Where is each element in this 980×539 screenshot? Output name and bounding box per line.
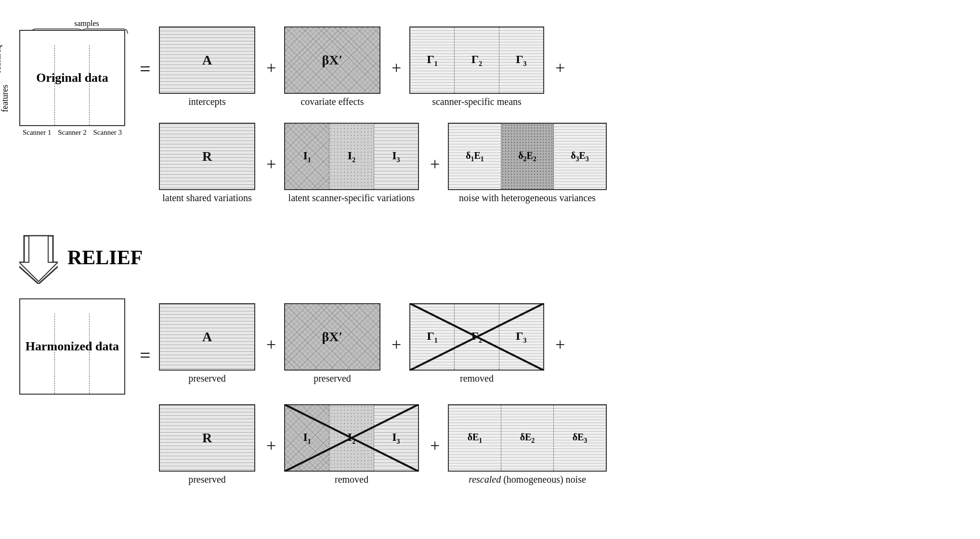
bX-bottom-label: βX′ xyxy=(322,329,343,345)
bX-preserved-caption: preserved xyxy=(314,373,351,384)
original-data-box: Original data xyxy=(19,30,125,126)
original-data-label: Original data xyxy=(36,71,108,85)
gamma-removed-caption: removed xyxy=(460,373,494,384)
intercepts-col: A intercepts xyxy=(159,26,255,107)
harm-divider-2 xyxy=(89,314,90,394)
delta-top-box: δ1E1 δ2E2 δ3E3 xyxy=(448,123,607,190)
plus-9: + xyxy=(262,436,280,456)
original-data-area: features samples Original data Scanner 1… xyxy=(19,19,125,126)
scanner-divider-2 xyxy=(89,45,90,125)
I2: I2 xyxy=(329,124,374,189)
delta3E3: δ3E3 xyxy=(554,124,606,189)
delta2E2: δ2E2 xyxy=(501,124,554,189)
scanner-3-label: Scanner 3 xyxy=(93,128,122,137)
gamma-bottom-col: Γ1 Γ2 Γ3 removed xyxy=(409,303,544,384)
harmonized-data-label: Harmonized data xyxy=(26,339,119,354)
R-bottom-col: R preserved xyxy=(159,404,255,485)
relief-section: RELIEF xyxy=(19,231,143,284)
latent-scanner-caption: latent scanner-specific variations xyxy=(288,192,415,204)
R-label: R xyxy=(202,149,212,164)
scanner-2-label: Scanner 2 xyxy=(58,128,87,137)
plus-8: + xyxy=(551,334,569,355)
A-bottom-label: A xyxy=(202,329,212,345)
I3: I3 xyxy=(374,124,418,189)
gamma3: Γ3 xyxy=(499,27,543,93)
gamma-cross xyxy=(409,303,544,371)
equals-bottom: = xyxy=(132,344,158,367)
plus-1: + xyxy=(262,58,280,78)
scanner-divider-1 xyxy=(54,45,55,125)
scanner-1-label: Scanner 1 xyxy=(23,128,52,137)
harm-divider-1 xyxy=(54,314,55,394)
bX-box: βX′ xyxy=(284,26,380,94)
plus-4: + xyxy=(262,154,280,174)
samples-label: samples xyxy=(34,19,140,28)
diagram: features samples Original data Scanner 1… xyxy=(0,0,980,539)
gamma-top-col: Γ1 Γ2 Γ3 scanner-specific means xyxy=(409,26,544,107)
delta-b1: δE1 xyxy=(449,405,501,471)
features-text: features xyxy=(0,60,10,137)
intercepts-caption: intercepts xyxy=(188,96,226,107)
I-removed-caption: removed xyxy=(335,474,368,485)
gamma-top-box: Γ1 Γ2 Γ3 xyxy=(409,26,544,94)
R-bottom-box: R xyxy=(159,404,255,472)
A-bottom-box: A xyxy=(159,303,255,371)
A-bottom-col: A preserved xyxy=(159,303,255,384)
I-bottom-col: I1 I2 I3 removed xyxy=(284,404,419,485)
A-box: A xyxy=(159,26,255,94)
R-bottom-label: R xyxy=(202,430,212,446)
I-bottom-wrapper: I1 I2 I3 xyxy=(284,404,419,472)
scanner-labels: Scanner 1 Scanner 2 Scanner 3 xyxy=(19,128,125,137)
latent-shared-caption: latent shared variations xyxy=(162,192,252,204)
noise-caption: noise with heterogeneous variances xyxy=(459,192,596,204)
plus-2: + xyxy=(388,58,405,78)
harmonized-data-area: Harmonized data xyxy=(19,298,125,395)
noise-col: δ1E1 δ2E2 δ3E3 noise with heterogeneous … xyxy=(448,123,607,204)
relief-arrow xyxy=(19,231,58,284)
gamma-bottom-wrapper: Γ1 Γ2 Γ3 xyxy=(409,303,544,371)
bX-bottom-col: βX′ preserved xyxy=(284,303,380,384)
plus-5: + xyxy=(426,154,444,174)
delta1E1: δ1E1 xyxy=(449,124,501,189)
I1: I1 xyxy=(285,124,329,189)
delta-b2: δE2 xyxy=(501,405,554,471)
I-top-box: I1 I2 I3 xyxy=(284,123,419,190)
I-cross xyxy=(284,404,419,472)
rescaled-caption: rescaled (homogeneous) noise xyxy=(469,474,586,485)
relief-label: RELIEF xyxy=(67,246,143,269)
gamma2: Γ2 xyxy=(455,27,499,93)
latent-scanner-col: I1 I2 I3 latent scanner-specific variati… xyxy=(284,123,419,204)
plus-6: + xyxy=(262,334,280,355)
plus-7: + xyxy=(388,334,405,355)
latent-shared-col: R latent shared variations xyxy=(159,123,255,204)
covariate-col: βX′ covariate effects xyxy=(284,26,380,107)
rescaled-caption-italic: rescaled xyxy=(469,474,501,485)
scanner-means-caption: scanner-specific means xyxy=(432,96,522,107)
equals-top: = xyxy=(132,58,158,80)
A-preserved-caption: preserved xyxy=(188,373,226,384)
plus-10: + xyxy=(426,436,444,456)
delta-b3: δE3 xyxy=(554,405,606,471)
R-box: R xyxy=(159,123,255,190)
harmonized-data-box: Harmonized data xyxy=(19,298,125,395)
covariate-caption: covariate effects xyxy=(301,96,364,107)
delta-bottom-box: δE1 δE2 δE3 xyxy=(448,404,607,472)
R-preserved-caption: preserved xyxy=(188,474,226,485)
delta-bottom-col: δE1 δE2 δE3 rescaled (homogeneous) noise xyxy=(448,404,607,485)
A-label: A xyxy=(202,52,212,68)
bX-bottom-box: βX′ xyxy=(284,303,380,371)
plus-3: + xyxy=(551,58,569,78)
gamma1: Γ1 xyxy=(410,27,455,93)
bX-label: βX′ xyxy=(322,52,343,68)
